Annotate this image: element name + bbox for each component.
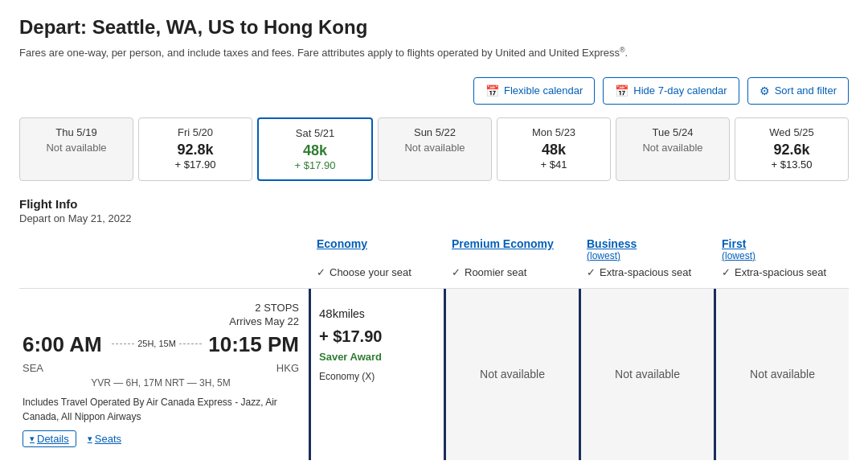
date-unavailable: Not available — [623, 142, 723, 154]
flexible-calendar-button[interactable]: 📅 Flexible calendar — [473, 77, 595, 105]
date-label: Mon 5/23 — [504, 126, 604, 138]
sort-filter-button[interactable]: ⚙ Sort and filter — [747, 77, 849, 105]
date-card-sat[interactable]: Sat 5/21 48k + $17.90 — [257, 117, 373, 181]
date-price: + $17.90 — [145, 158, 245, 171]
economy-link[interactable]: Economy — [317, 237, 436, 250]
date-card-tue[interactable]: Tue 5/24 Not available — [616, 117, 730, 181]
links-row: ▾ Details ▾ Seats — [23, 430, 299, 447]
business-link[interactable]: Business — [587, 237, 706, 250]
airports-row: SEA HKG — [23, 362, 299, 374]
depart-airport: SEA — [23, 362, 43, 374]
premium-feature: ✓ Roomier seat — [444, 265, 579, 280]
fare-feature-row: ✓ Choose your seat ✓ Roomier seat ✓ Extr… — [19, 265, 849, 280]
check-icon: ✓ — [587, 266, 596, 278]
depart-time: 6:00 AM — [23, 332, 102, 357]
fare-col-premium-header: Premium Economy — [444, 234, 579, 265]
date-miles: 92.8k — [145, 142, 245, 158]
first-feature: ✓ Extra-spacious seat — [714, 265, 849, 280]
date-price: + $17.90 — [265, 159, 365, 171]
calendar-icon: 📅 — [485, 84, 499, 97]
date-card-wed[interactable]: Wed 5/25 92.6k + $13.50 — [735, 117, 849, 181]
page-subtitle: Fares are one-way, per person, and inclu… — [19, 45, 849, 61]
arrive-airport: HKG — [276, 362, 299, 374]
calendar2-icon: 📅 — [615, 84, 628, 97]
chevron-down-icon: ▾ — [30, 434, 35, 444]
route-line — [112, 343, 134, 344]
date-card-thu[interactable]: Thu 5/19 Not available — [19, 117, 133, 181]
date-price: + $13.50 — [742, 158, 841, 171]
business-fare-col: Not available — [579, 289, 714, 460]
date-label: Tue 5/24 — [623, 126, 723, 138]
chevron-down-icon2: ▾ — [88, 434, 92, 444]
times-row: 6:00 AM 25H, 15M 10:15 PM — [23, 332, 299, 357]
filter-icon: ⚙ — [760, 84, 770, 97]
date-card-fri[interactable]: Fri 5/20 92.8k + $17.90 — [138, 117, 252, 181]
check-icon: ✓ — [452, 266, 461, 278]
economy-feature: ✓ Choose your seat — [309, 265, 444, 280]
first-link[interactable]: First — [722, 237, 841, 250]
fare-header-spacer — [19, 234, 309, 265]
arrive-time: 10:15 PM — [208, 332, 299, 357]
business-sub[interactable]: (lowest) — [587, 250, 706, 261]
fare-col-first-header: First (lowest) — [714, 234, 849, 265]
fare-class-label: Economy (X) — [319, 371, 436, 382]
details-link[interactable]: ▾ Details — [23, 430, 76, 447]
page-title: Depart: Seattle, WA, US to Hong Kong — [19, 16, 849, 39]
fare-header-row: Economy Premium Economy Business (lowest… — [19, 234, 849, 265]
economy-fare-col[interactable]: 48kmiles + $17.90 Saver Award Economy (X… — [309, 289, 444, 460]
date-label: Wed 5/25 — [742, 126, 841, 138]
first-sub[interactable]: (lowest) — [722, 250, 841, 261]
results-row: 2 STOPS Arrives May 22 6:00 AM 25H, 15M … — [19, 288, 849, 460]
fare-award-label: Saver Award — [319, 351, 436, 363]
premium-economy-link[interactable]: Premium Economy — [452, 237, 571, 250]
date-label: Sun 5/22 — [385, 126, 485, 138]
fare-cash: + $17.90 — [319, 327, 436, 346]
route-middle: 25H, 15M — [108, 339, 203, 350]
date-price: + $41 — [504, 158, 604, 171]
date-nav: Thu 5/19 Not available Fri 5/20 92.8k + … — [19, 117, 849, 181]
stops-count: 2 STOPS — [23, 302, 299, 314]
first-fare-col: Not available — [714, 289, 849, 460]
flight-info-date: Depart on May 21, 2022 — [19, 212, 849, 224]
flight-detail-col: 2 STOPS Arrives May 22 6:00 AM 25H, 15M … — [19, 289, 309, 460]
toolbar: 📅 Flexible calendar 📅 Hide 7-day calenda… — [19, 77, 849, 105]
hide-calendar-button[interactable]: 📅 Hide 7-day calendar — [603, 77, 739, 105]
route-dots: 25H, 15M — [108, 339, 203, 348]
premium-economy-fare-col: Not available — [444, 289, 579, 460]
date-miles: 48k — [504, 142, 604, 158]
date-miles: 92.6k — [742, 142, 841, 158]
flight-info-title: Flight Info — [19, 197, 849, 211]
date-label: Fri 5/20 — [145, 126, 245, 138]
check-icon: ✓ — [317, 266, 326, 278]
check-icon: ✓ — [722, 266, 731, 278]
date-label: Thu 5/19 — [27, 126, 126, 138]
seats-link[interactable]: ▾ Seats — [88, 430, 121, 447]
arrives-line: Arrives May 22 — [23, 315, 299, 327]
business-feature: ✓ Extra-spacious seat — [579, 265, 714, 280]
flight-info-section: Flight Info Depart on May 21, 2022 — [19, 197, 849, 224]
fare-feature-spacer — [19, 265, 309, 280]
route-line2 — [179, 343, 202, 344]
date-label: Sat 5/21 — [265, 127, 365, 139]
fare-col-economy-header: Economy — [309, 234, 444, 265]
date-card-sun[interactable]: Sun 5/22 Not available — [378, 117, 492, 181]
operated-by: Includes Travel Operated By Air Canada E… — [23, 395, 299, 424]
stops-detail: YVR — 6H, 17M NRT — 3H, 5M — [23, 377, 299, 389]
duration-badge: 25H, 15M — [137, 339, 176, 348]
date-miles: 48k — [265, 142, 365, 159]
date-card-mon[interactable]: Mon 5/23 48k + $41 — [497, 117, 611, 181]
fare-miles: 48kmiles — [319, 302, 436, 323]
fare-col-business-header: Business (lowest) — [579, 234, 714, 265]
date-unavailable: Not available — [27, 142, 126, 154]
date-unavailable: Not available — [385, 142, 485, 154]
